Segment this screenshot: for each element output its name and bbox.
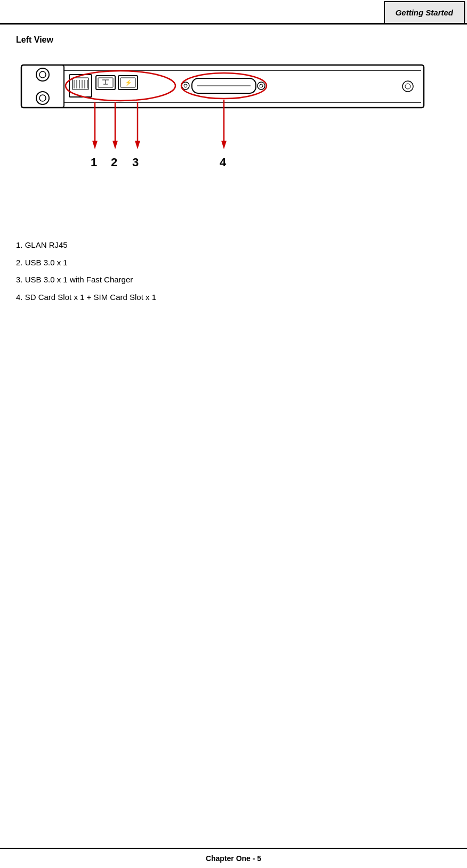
svg-text:2: 2 [111, 156, 117, 169]
svg-point-5 [39, 95, 46, 101]
svg-point-32 [402, 81, 413, 92]
svg-rect-0 [21, 65, 424, 108]
svg-marker-37 [112, 141, 118, 149]
top-bar: Getting Started [0, 0, 467, 25]
left-view-diagram: ⚡ [16, 54, 432, 225]
svg-point-30 [260, 84, 263, 87]
diagram-container: ⚡ [16, 54, 432, 225]
svg-point-3 [39, 71, 46, 78]
page-footer: Chapter One - 5 [0, 848, 467, 868]
svg-text:4: 4 [220, 156, 227, 169]
svg-point-29 [257, 82, 265, 90]
list-item-2: 2. USB 3.0 x 1 [16, 255, 451, 271]
svg-point-27 [182, 82, 189, 90]
svg-point-4 [36, 92, 49, 104]
svg-marker-41 [221, 141, 227, 149]
svg-text:⚡: ⚡ [125, 79, 132, 86]
svg-point-2 [36, 68, 49, 81]
svg-marker-35 [92, 141, 98, 149]
svg-text:1: 1 [91, 156, 97, 169]
getting-started-label: Getting Started [396, 8, 453, 17]
list-item-1: 1. GLAN RJ45 [16, 238, 451, 253]
svg-point-33 [405, 84, 410, 89]
page-content: Left View [0, 25, 467, 339]
list-item-3: 3. USB 3.0 x 1 with Fast Charger [16, 272, 451, 288]
svg-point-28 [184, 84, 187, 87]
svg-rect-9 [73, 78, 88, 90]
svg-marker-39 [135, 141, 140, 149]
item-list: 1. GLAN RJ45 2. USB 3.0 x 1 3. USB 3.0 x… [16, 238, 451, 305]
svg-text:3: 3 [132, 156, 139, 169]
list-item-4: 4. SD Card Slot x 1 + SIM Card Slot x 1 [16, 290, 451, 305]
getting-started-tab: Getting Started [384, 1, 465, 23]
footer-text: Chapter One - 5 [206, 854, 261, 863]
section-title: Left View [16, 35, 451, 45]
